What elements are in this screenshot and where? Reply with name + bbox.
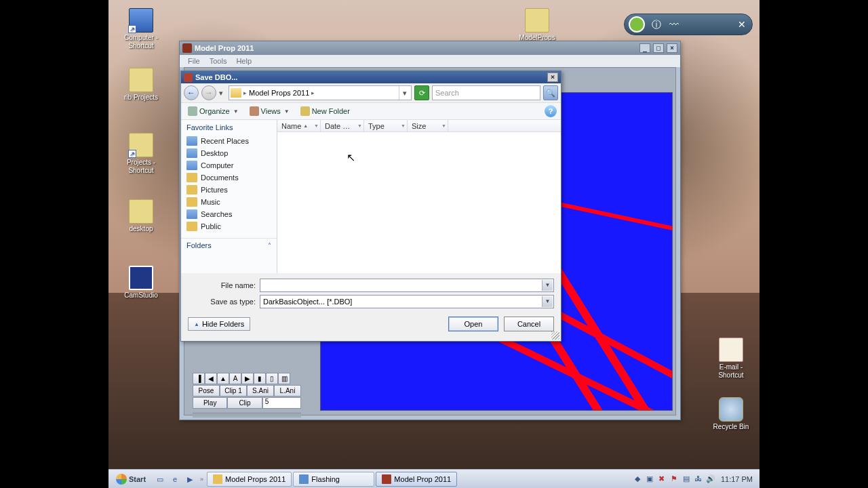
places-recent[interactable]: Recent Places bbox=[181, 135, 277, 147]
gadget-chart-icon[interactable]: 〰 bbox=[668, 18, 680, 30]
quicklaunch-show-desktop[interactable]: ▭ bbox=[153, 472, 167, 486]
places-desktop[interactable]: Desktop bbox=[181, 147, 277, 159]
nav-back-button[interactable]: ← bbox=[184, 85, 199, 100]
quicklaunch-ie[interactable]: e bbox=[168, 472, 182, 486]
minimize-button[interactable]: _ bbox=[639, 43, 650, 53]
column-type[interactable]: Type▼ bbox=[364, 120, 408, 131]
anim-icon-button[interactable]: ▶ bbox=[241, 373, 254, 384]
desktop-icon-rib-projects[interactable]: rib Projects bbox=[119, 68, 163, 102]
anim-icon-button[interactable]: ▮ bbox=[254, 373, 266, 384]
play-button[interactable]: Play bbox=[193, 397, 227, 409]
chevron-down-icon[interactable]: ▼ bbox=[357, 123, 362, 128]
nav-history-dropdown[interactable]: ▾ bbox=[219, 89, 226, 98]
chevron-down-icon[interactable]: ▼ bbox=[542, 280, 553, 291]
chevron-down-icon[interactable]: ▼ bbox=[542, 296, 553, 307]
tray-icon[interactable]: ✖ bbox=[657, 474, 667, 484]
anim-icon-button[interactable]: А bbox=[229, 373, 241, 384]
quicklaunch-media[interactable]: ▶ bbox=[183, 472, 197, 486]
anim-icon-button[interactable]: ◀ bbox=[205, 373, 217, 384]
close-button[interactable]: × bbox=[667, 43, 677, 53]
start-button[interactable]: Start bbox=[110, 472, 152, 487]
desktop-icon-modelprops[interactable]: ModelProps bbox=[515, 8, 559, 42]
menu-tools[interactable]: Tools bbox=[205, 56, 231, 66]
resize-grip-icon[interactable] bbox=[551, 331, 559, 340]
pose-button[interactable]: Pose bbox=[193, 385, 220, 396]
tray-icon[interactable]: ⚑ bbox=[669, 474, 679, 484]
column-name[interactable]: Name▲▼ bbox=[277, 120, 321, 131]
chevron-down-icon[interactable]: ▼ bbox=[401, 123, 406, 128]
anim-icon-button[interactable]: ▲ bbox=[217, 373, 229, 384]
hide-folders-button[interactable]: ▲ Hide Folders bbox=[188, 317, 250, 331]
lani-button[interactable]: L.Ani bbox=[274, 385, 301, 396]
tray-icon[interactable]: ▤ bbox=[682, 474, 691, 484]
computer-icon bbox=[186, 161, 197, 170]
dialog-close-button[interactable]: × bbox=[547, 73, 558, 82]
places-pictures[interactable]: Pictures bbox=[181, 184, 277, 196]
views-button[interactable]: Views ▼ bbox=[247, 105, 292, 117]
places-public[interactable]: Public bbox=[181, 220, 277, 232]
dialog-titlebar[interactable]: Save DBO... × bbox=[181, 71, 561, 83]
anim-icon-button[interactable]: ▥ bbox=[278, 373, 290, 384]
new-folder-button[interactable]: New Folder bbox=[298, 105, 353, 117]
chevron-down-icon[interactable]: ▼ bbox=[314, 123, 319, 128]
clip-button[interactable]: Clip bbox=[227, 397, 262, 409]
new-folder-icon bbox=[300, 106, 310, 116]
places-computer[interactable]: Computer bbox=[181, 159, 277, 171]
anim-icon-button[interactable]: ▐ bbox=[193, 373, 205, 384]
breadcrumb-sep-icon[interactable]: ▸ bbox=[311, 89, 315, 96]
help-button[interactable]: ? bbox=[545, 105, 557, 117]
breadcrumb-item[interactable]: Model Props 2011 bbox=[249, 89, 309, 97]
places-music[interactable]: Music bbox=[181, 196, 277, 208]
breadcrumb[interactable]: ▸ Model Props 2011 ▸ ▾ bbox=[229, 85, 412, 100]
places-searches[interactable]: Searches bbox=[181, 208, 277, 220]
tray-network-icon[interactable]: 🖧 bbox=[694, 474, 703, 484]
desktop-icon-camstudio[interactable]: CamStudio bbox=[119, 266, 163, 300]
open-button[interactable]: Open bbox=[448, 317, 498, 331]
saveas-type-select[interactable]: DarkBasicObject... [*.DBO]▼ bbox=[260, 295, 554, 308]
breadcrumb-sep-icon[interactable]: ▸ bbox=[243, 89, 247, 96]
quicklaunch-more[interactable]: » bbox=[198, 476, 205, 483]
desktop-icon-projects[interactable]: ↗ Projects - Shortcut bbox=[119, 133, 163, 175]
sidebar-gadget[interactable]: ⓘ 〰 ✕ bbox=[624, 14, 753, 35]
titlebar[interactable]: Model Prop 2011 _ □ × bbox=[180, 41, 680, 55]
taskbar-item-flashing[interactable]: Flashing bbox=[293, 472, 374, 487]
chevron-down-icon[interactable]: ▼ bbox=[441, 123, 446, 128]
nav-forward-button[interactable]: → bbox=[201, 85, 216, 100]
tray-icon[interactable]: ▣ bbox=[645, 474, 654, 484]
tray-icon[interactable]: ◆ bbox=[633, 474, 642, 484]
clip-value-input[interactable]: 5 bbox=[262, 397, 301, 409]
cancel-button[interactable]: Cancel bbox=[504, 317, 554, 331]
menubar: File Tools Help bbox=[180, 55, 680, 67]
desktop-icon-desktop-folder[interactable]: desktop bbox=[119, 199, 163, 233]
refresh-button[interactable]: ⟳ bbox=[414, 85, 429, 100]
gadget-info-icon[interactable]: ⓘ bbox=[650, 18, 663, 30]
clip1-button[interactable]: Clip 1 bbox=[220, 385, 247, 396]
column-date[interactable]: Date …▼ bbox=[321, 120, 364, 131]
tray-clock[interactable]: 11:17 PM bbox=[718, 475, 755, 483]
anim-icon-button[interactable]: ▯ bbox=[266, 373, 278, 384]
sani-button[interactable]: S.Ani bbox=[247, 385, 274, 396]
taskbar-item-model-prop[interactable]: Model Prop 2011 bbox=[376, 472, 457, 487]
maximize-button[interactable]: □ bbox=[653, 43, 664, 53]
tray-volume-icon[interactable]: 🔊 bbox=[706, 474, 715, 484]
organize-button[interactable]: Organize ▼ bbox=[185, 105, 241, 117]
search-input[interactable]: Search bbox=[432, 85, 540, 100]
gadget-close-icon[interactable]: ✕ bbox=[736, 18, 748, 30]
desktop-icon-computer[interactable]: ↗ Computer - Shortcut bbox=[119, 8, 163, 50]
taskbar-item-folder[interactable]: Model Props 2011 bbox=[207, 472, 292, 487]
file-list[interactable]: ↖ bbox=[277, 132, 561, 273]
timeline-slider[interactable] bbox=[193, 413, 301, 424]
places-documents[interactable]: Documents bbox=[181, 171, 277, 184]
menu-help[interactable]: Help bbox=[232, 56, 256, 66]
column-size[interactable]: Size▼ bbox=[408, 120, 448, 131]
folders-toggle[interactable]: Folders ˄ bbox=[181, 238, 277, 252]
menu-file[interactable]: File bbox=[184, 56, 204, 66]
search-go-button[interactable]: 🔍 bbox=[543, 85, 558, 100]
recycle-bin-icon bbox=[719, 397, 743, 422]
filename-input[interactable]: ▼ bbox=[260, 279, 554, 292]
desktop-icon-email[interactable]: E-mail - Shortcut bbox=[709, 338, 753, 380]
desktop-icon-recycle-bin[interactable]: Recycle Bin bbox=[709, 397, 753, 431]
dialog-nav: ← → ▾ ▸ Model Props 2011 ▸ ▾ ⟳ Search 🔍 bbox=[181, 83, 561, 102]
breadcrumb-dropdown[interactable]: ▾ bbox=[399, 86, 410, 100]
shortcut-arrow-icon: ↗ bbox=[128, 150, 136, 158]
